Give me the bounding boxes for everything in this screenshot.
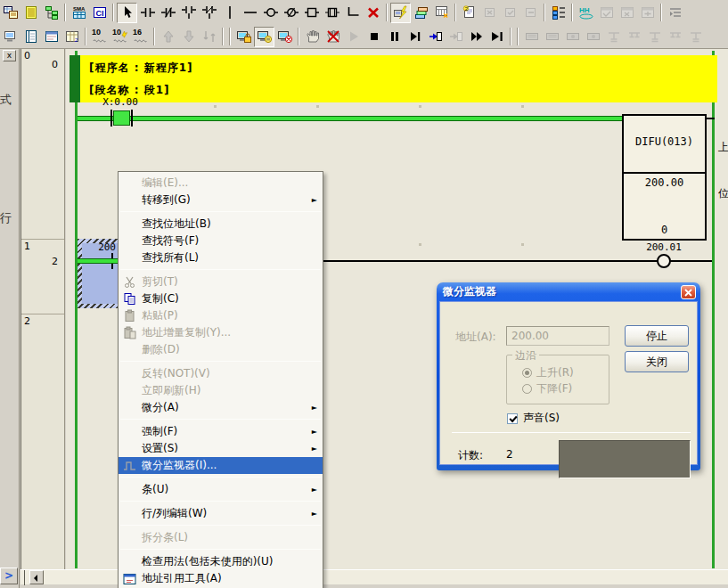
grayed-tool-7-icon[interactable] — [644, 27, 665, 47]
new-closed-contact-icon[interactable] — [158, 3, 178, 23]
toggle-views-icon[interactable] — [0, 27, 20, 47]
sound-checkbox[interactable] — [507, 413, 518, 424]
select-tool-icon[interactable] — [117, 3, 137, 23]
menu-separator — [120, 211, 321, 212]
go-previous-icon[interactable] — [158, 27, 178, 47]
panel-close-button[interactable]: x — [3, 50, 16, 61]
grid-dot — [316, 105, 319, 108]
continuous-step-icon[interactable] — [466, 27, 487, 47]
stop-button[interactable]: 停止 — [625, 325, 689, 347]
window-tool-3-icon[interactable] — [637, 3, 658, 23]
release-online-edit-icon[interactable] — [520, 3, 541, 23]
monitor-mode-icon[interactable] — [233, 27, 254, 47]
context-menu-item[interactable]: 地址引用工具(A) — [119, 570, 323, 587]
go-next-icon[interactable] — [178, 27, 199, 47]
context-menu-item[interactable]: 强制(F)► — [119, 423, 323, 440]
or-closed-contact-icon[interactable] — [199, 3, 219, 23]
context-menu-item[interactable]: 设置(S)► — [119, 440, 323, 457]
context-menu-item[interactable]: 微分监视器(I)... — [119, 457, 323, 474]
swap-reference-icon[interactable] — [199, 27, 219, 47]
grayed-tool-3-icon[interactable] — [562, 27, 583, 47]
monitor-signed-decimal-icon[interactable]: 10 — [110, 27, 130, 47]
stop-icon[interactable] — [364, 27, 384, 47]
transfer-to-plc-icon[interactable] — [431, 3, 452, 23]
grayed-tool-8-icon[interactable] — [665, 27, 685, 47]
grayed-tool-2-icon[interactable] — [542, 27, 562, 47]
context-menu-item[interactable]: 微分(A)► — [119, 399, 323, 416]
context-menu-item[interactable]: 检查用法(包括未使用的)(U) — [119, 553, 323, 570]
scan-run-icon[interactable] — [487, 27, 507, 47]
dialog-close-icon[interactable] — [681, 285, 696, 299]
window-tool-2-icon[interactable] — [617, 3, 637, 23]
context-menu-item[interactable]: 复制(C) — [119, 290, 323, 307]
new-instruction-icon[interactable] — [301, 3, 322, 23]
compile-program-icon[interactable] — [411, 3, 431, 23]
output-window-icon[interactable] — [41, 27, 61, 47]
context-menu-item[interactable]: 查找符号(F) — [119, 233, 323, 249]
rising-edge-label: 上升(R) — [536, 365, 574, 380]
step-into-icon[interactable] — [425, 27, 446, 47]
new-contact-icon[interactable] — [137, 3, 158, 23]
difu-instruction-block[interactable]: DIFU(013) 200.00 0 — [622, 114, 707, 241]
force-cancel-icon[interactable] — [323, 27, 343, 47]
svg-text:SMA: SMA — [73, 6, 86, 12]
step-out-icon[interactable] — [446, 27, 466, 47]
cut-off-right-icon[interactable] — [665, 3, 685, 23]
work-online-icon[interactable] — [390, 3, 411, 23]
grid-dot — [419, 105, 421, 108]
context-menu-item[interactable]: 条(U)► — [119, 481, 323, 498]
io-table-icon[interactable]: 2 — [61, 27, 82, 47]
pause-monitor-icon[interactable] — [254, 27, 274, 47]
grayed-tool-6-icon[interactable] — [624, 27, 644, 47]
send-online-edit-icon[interactable] — [500, 3, 520, 23]
menu-separator — [120, 269, 321, 270]
force-on-icon[interactable] — [302, 27, 323, 47]
cancel-online-edit-icon[interactable] — [479, 3, 500, 23]
dialog-body: 地址(A): 200.00 停止 关闭 边沿 上升(R) 下降(F) 声音(S) — [439, 301, 698, 465]
energized-contact[interactable] — [113, 110, 130, 126]
instruction-variant-icon[interactable] — [322, 3, 342, 23]
online-edit-icon[interactable]: 2 — [459, 3, 479, 23]
grayed-tool-5-icon[interactable] — [603, 27, 624, 47]
vertical-branch-icon[interactable] — [342, 3, 363, 23]
pause-icon[interactable] — [384, 27, 405, 47]
or-contact-icon[interactable] — [178, 3, 199, 23]
submenu-arrow-icon: ► — [312, 428, 317, 436]
run-icon[interactable] — [343, 27, 364, 47]
panel-expand-button[interactable]: > — [0, 568, 18, 584]
context-menu-item[interactable]: 查找所有(L) — [119, 249, 323, 266]
ladder-view-icon[interactable] — [0, 3, 20, 23]
new-closed-coil-icon[interactable] — [281, 3, 301, 23]
section-tree-icon[interactable] — [41, 3, 61, 23]
menu-item-label: 查找所有(L) — [142, 250, 199, 265]
context-menu-item[interactable]: 行/列编辑(W)► — [119, 505, 323, 522]
program-block-list-icon[interactable] — [548, 3, 568, 23]
horizontal-line-icon[interactable] — [240, 3, 260, 23]
grayed-tool-1-icon[interactable] — [521, 27, 542, 47]
compare-with-plc-icon[interactable]: HH — [576, 3, 596, 23]
window-tool-1-icon[interactable] — [596, 3, 617, 23]
context-menu-item: 地址增量复制(Y)... — [119, 324, 323, 341]
step-run-icon[interactable] — [405, 27, 425, 47]
dialog-titlebar[interactable]: 微分监视器 — [439, 282, 698, 301]
io-comment-icon[interactable]: CI — [89, 3, 110, 23]
new-coil-icon[interactable] — [260, 3, 281, 23]
context-menu-item[interactable]: 查找位地址(B) — [119, 216, 323, 233]
mnemonics-view-icon[interactable] — [20, 3, 41, 23]
scroll-left-icon[interactable] — [29, 570, 44, 584]
vertical-line-icon[interactable] — [219, 3, 240, 23]
menu-item-label: 编辑(E)... — [142, 176, 188, 191]
watch-window-icon[interactable] — [20, 27, 41, 47]
grayed-tool-9-icon[interactable] — [685, 27, 706, 47]
close-button[interactable]: 关闭 — [625, 351, 689, 372]
monitor-decimal-icon[interactable]: 10 — [89, 27, 110, 47]
symbol-table-icon[interactable]: SMA — [69, 3, 89, 23]
stop-monitor-icon[interactable] — [274, 27, 295, 47]
context-menu-item[interactable]: 转移到(G)► — [119, 192, 323, 208]
monitor-hex-icon[interactable]: 16 — [130, 27, 151, 47]
grid-dot — [521, 105, 524, 108]
delete-icon[interactable] — [363, 3, 383, 23]
grayed-tool-4-icon[interactable] — [583, 27, 603, 47]
falling-edge-radio — [522, 384, 532, 394]
output-coil[interactable] — [657, 254, 671, 268]
